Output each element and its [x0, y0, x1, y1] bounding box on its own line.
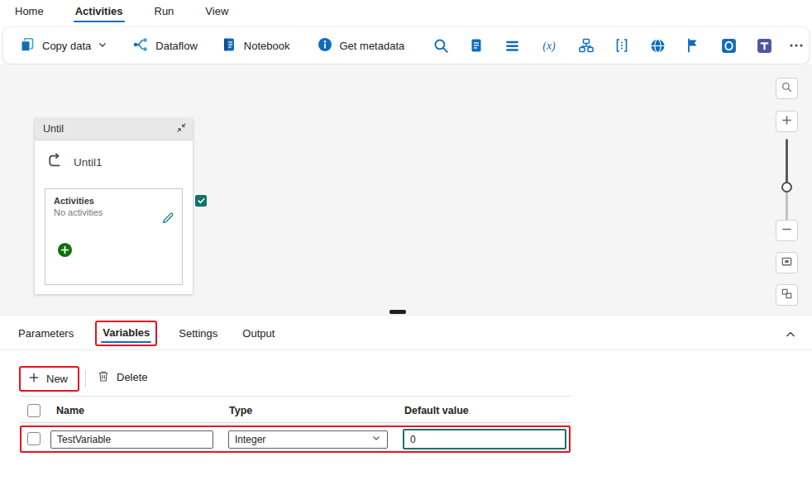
zoom-slider-thumb[interactable]	[781, 182, 792, 193]
set-variable-icon[interactable]: (x)	[537, 35, 561, 56]
search-icon[interactable]	[430, 35, 451, 56]
column-header-name: Name	[56, 405, 84, 416]
check-icon	[197, 193, 206, 208]
annotation-box-variables-tab: Variables	[95, 321, 157, 346]
wait-icon[interactable]	[501, 35, 523, 56]
actions-divider	[85, 370, 86, 388]
chevron-up-icon	[784, 331, 797, 344]
panel-tabs: Parameters Variables Settings Output	[17, 322, 276, 345]
menu-view[interactable]: View	[203, 2, 230, 22]
new-button-label: New	[46, 373, 68, 385]
teams-icon[interactable]	[753, 35, 775, 56]
new-variable-button[interactable]: New	[21, 368, 78, 390]
zoom-search-icon	[781, 81, 793, 96]
panel-resize-handle[interactable]	[389, 310, 406, 314]
tab-parameters[interactable]: Parameters	[17, 323, 75, 344]
fit-to-screen-icon	[781, 255, 793, 270]
select-all-checkbox[interactable]	[27, 404, 41, 417]
edit-activities-button[interactable]	[161, 211, 175, 227]
foreach-icon[interactable]	[611, 35, 633, 56]
trash-icon	[97, 369, 110, 385]
get-metadata-icon	[317, 36, 333, 55]
menu-run[interactable]: Run	[153, 2, 176, 22]
activities-toolbar: Copy data Dataflow Notebook Get metadata…	[3, 27, 809, 64]
copy-data-icon	[19, 36, 36, 55]
plus-circle-icon	[57, 248, 73, 260]
plus-icon	[28, 372, 40, 386]
outlook-icon[interactable]	[718, 35, 739, 56]
variables-table-header: Name Type Default value	[20, 402, 571, 422]
menu-activities[interactable]: Activities	[74, 2, 125, 22]
dataflow-button[interactable]: Dataflow	[127, 32, 203, 59]
lookup-icon[interactable]	[466, 35, 487, 56]
notebook-icon	[221, 36, 237, 55]
tab-variables[interactable]: Variables	[101, 322, 151, 343]
add-activity-button[interactable]	[57, 242, 73, 260]
until-card-title-row: Until1	[35, 140, 193, 183]
table-header-divider	[20, 422, 571, 423]
web-activity-icon[interactable]	[647, 35, 668, 56]
menubar: Home Activities Run View	[0, 0, 812, 25]
column-header-type: Type	[229, 405, 252, 416]
zoom-slider-track-filled[interactable]	[786, 139, 788, 187]
more-icon[interactable]	[788, 35, 805, 56]
column-header-default-value: Default value	[404, 405, 469, 416]
zoom-out-button[interactable]	[776, 220, 798, 241]
reset-view-icon	[781, 288, 793, 302]
row-select-checkbox[interactable]	[27, 432, 41, 445]
zoom-out-icon	[781, 223, 793, 238]
dataflow-icon	[132, 36, 149, 55]
notebook-label: Notebook	[244, 40, 290, 52]
pencil-icon	[161, 215, 175, 227]
svg-text:(x): (x)	[543, 40, 556, 53]
tabs-divider	[0, 349, 812, 350]
no-activities-text: No activities	[54, 207, 174, 217]
table-row: Integer	[21, 427, 569, 451]
collapse-card-icon[interactable]	[176, 122, 187, 136]
notebook-button[interactable]: Notebook	[215, 32, 296, 59]
copy-data-button[interactable]: Copy data	[13, 32, 113, 59]
get-metadata-label: Get metadata	[340, 40, 405, 52]
variable-type-select[interactable]: Integer	[228, 430, 388, 449]
until-loop-icon	[46, 152, 64, 173]
until-activity-card[interactable]: Until Until1 Activities No activities	[35, 118, 193, 294]
configuration-panel: Parameters Variables Settings Output New…	[0, 315, 812, 504]
chevron-down-icon	[98, 40, 107, 52]
flag-icon[interactable]	[682, 35, 704, 56]
dataflow-label: Dataflow	[155, 40, 198, 52]
annotation-box-variable-row: Integer	[20, 426, 571, 453]
chevron-down-icon	[371, 433, 381, 445]
activity-state-checkbox[interactable]	[195, 195, 207, 207]
until-activity-name: Until1	[74, 156, 103, 169]
fit-to-screen-button[interactable]	[776, 252, 798, 273]
variable-name-input[interactable]	[50, 430, 213, 449]
pipeline-canvas[interactable]: Until Until1 Activities No activities	[0, 64, 812, 315]
zoom-in-icon	[781, 114, 793, 129]
copy-data-label: Copy data	[42, 40, 91, 52]
tab-output[interactable]: Output	[241, 323, 276, 344]
annotation-box-new-button: New	[19, 366, 79, 392]
variable-default-value-input[interactable]	[403, 429, 566, 449]
collapse-panel-button[interactable]	[782, 326, 799, 345]
get-metadata-button[interactable]: Get metadata	[311, 32, 411, 59]
menu-home[interactable]: Home	[13, 2, 45, 22]
delete-variable-button[interactable]: Delete	[97, 369, 148, 385]
until-card-header-label: Until	[43, 123, 64, 135]
pipeline-editor: Home Activities Run View Copy data Dataf…	[0, 0, 812, 504]
variable-type-value: Integer	[235, 434, 265, 445]
until-card-header[interactable]: Until	[35, 118, 193, 140]
activities-container-label: Activities	[54, 196, 174, 206]
zoom-in-button[interactable]	[776, 111, 798, 132]
actions-row-divider	[20, 396, 571, 397]
delete-button-label: Delete	[117, 371, 148, 383]
invoke-pipeline-icon[interactable]	[576, 35, 597, 56]
toolbar-icon-group: (x)	[430, 35, 775, 56]
reset-view-button[interactable]	[776, 284, 798, 306]
zoom-search-button[interactable]	[776, 78, 798, 99]
until-activities-container[interactable]: Activities No activities	[45, 188, 183, 285]
tab-settings[interactable]: Settings	[177, 323, 219, 344]
